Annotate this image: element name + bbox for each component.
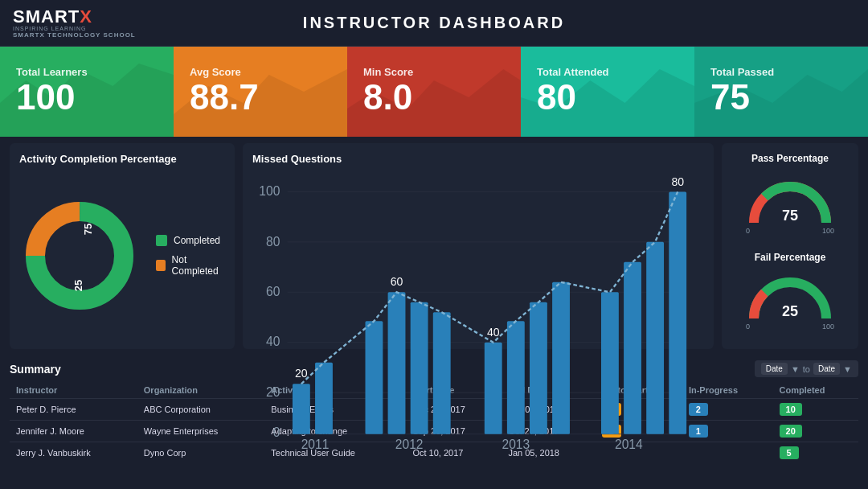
svg-text:80: 80 (671, 175, 684, 188)
legend-not-completed: Not Completed (156, 254, 225, 277)
fail-gauge: 25 (746, 274, 834, 323)
badge-completed: 20 (780, 425, 802, 438)
pass-fail-panel: Pass Percentage 75 0 100 Fail Percentage (722, 143, 858, 349)
svg-text:100: 100 (259, 184, 280, 198)
missed-panel: Missed Questions 100 80 60 40 20 0 (243, 143, 714, 349)
cell-completed: 20 (773, 421, 858, 442)
svg-text:20: 20 (295, 367, 308, 380)
stat-card-total-passed: Total Passed 75 (694, 47, 868, 137)
logo-tagline: INSPIRING LEARNING (13, 26, 136, 31)
logo-area: SMARTX INSPIRING LEARNING SMARTX TECHNOL… (13, 8, 141, 39)
svg-rect-27 (433, 312, 451, 434)
svg-text:25: 25 (782, 303, 798, 319)
svg-rect-24 (366, 321, 383, 434)
stat-card-total-learners: Total Learners 100 (0, 47, 174, 137)
svg-text:80: 80 (266, 235, 280, 249)
pass-gauge-minmax: 0 100 (746, 227, 834, 235)
bar-chart-svg: 100 80 60 40 20 0 (252, 171, 704, 450)
badge-completed: 5 (780, 446, 799, 459)
legend-not-completed-label: Not Completed (172, 254, 225, 277)
badge-completed: 10 (780, 403, 802, 416)
pass-gauge-min: 0 (746, 227, 750, 235)
svg-rect-22 (293, 384, 310, 434)
total-learners-value: 100 (16, 78, 75, 117)
svg-text:60: 60 (266, 285, 280, 298)
col-completed: Completed (773, 382, 858, 399)
svg-rect-32 (601, 292, 619, 434)
svg-rect-26 (411, 302, 428, 434)
activity-panel: Activity Completion Percentage 25 75 (10, 143, 235, 349)
cell-organization: Dyno Corp (137, 442, 265, 464)
min-score-label: Min Score (363, 66, 413, 78)
cell-completed: 5 (773, 442, 858, 464)
svg-text:2014: 2014 (615, 438, 643, 450)
stat-card-total-attended: Total Attended 80 (521, 47, 694, 137)
header: SMARTX INSPIRING LEARNING SMARTX TECHNOL… (0, 0, 868, 47)
svg-text:2011: 2011 (301, 438, 330, 450)
cell-completed: 10 (773, 399, 858, 421)
avg-score-label: Avg Score (190, 66, 241, 78)
pass-panel-title: Pass Percentage (731, 153, 849, 164)
svg-text:40: 40 (487, 326, 500, 339)
legend-completed-label: Completed (174, 235, 220, 246)
svg-text:75: 75 (782, 208, 798, 224)
avg-score-value: 88.7 (190, 78, 259, 117)
pass-gauge-section: 75 0 100 (731, 179, 849, 244)
page-title: INSTRUCTOR DASHBOARD (141, 14, 727, 32)
missed-panel-title: Missed Questions (252, 153, 704, 165)
svg-rect-28 (485, 343, 502, 434)
stat-cards: Total Learners 100 Avg Score 88.7 Min Sc… (0, 47, 868, 137)
total-learners-label: Total Learners (16, 66, 88, 78)
stat-card-avg-score: Avg Score 88.7 (174, 47, 347, 137)
cell-instructor: Peter D. Pierce (10, 399, 137, 421)
fail-gauge-section: 25 0 100 (731, 274, 849, 339)
legend-completed-color (156, 235, 167, 246)
cell-organization: ABC Corporation (137, 399, 265, 421)
svg-rect-30 (530, 302, 547, 434)
total-attended-value: 80 (537, 78, 576, 117)
summary-title: Summary (10, 363, 61, 376)
logo-smart: SMARTX (13, 8, 136, 26)
fail-gauge-min: 0 (746, 323, 750, 331)
date-to-arrow-icon: ▼ (843, 364, 852, 374)
col-instructor: Instructor (10, 382, 137, 399)
svg-text:20: 20 (266, 385, 280, 399)
stat-card-min-score: Min Score 8.0 (347, 47, 521, 137)
svg-rect-31 (552, 282, 570, 434)
cell-instructor: Jerry J. Vanbuskirk (10, 442, 137, 464)
logo-school: SMARTX TECHNOLOGY SCHOOL (13, 31, 136, 39)
svg-rect-23 (315, 363, 333, 434)
donut-legend: Completed Not Completed (156, 235, 225, 277)
date-arrow-icon: ▼ (791, 364, 800, 374)
cell-instructor: Jennifer J. Moore (10, 421, 137, 442)
main-content: Activity Completion Percentage 25 75 (0, 137, 868, 355)
date-to-button[interactable]: Date (813, 363, 840, 375)
svg-text:0: 0 (273, 425, 280, 439)
activity-panel-title: Activity Completion Percentage (19, 153, 225, 165)
svg-rect-34 (646, 242, 664, 434)
fail-gauge-minmax: 0 100 (746, 323, 834, 331)
svg-text:40: 40 (266, 335, 280, 348)
min-score-value: 8.0 (363, 78, 412, 117)
col-organization: Organization (137, 382, 265, 399)
svg-rect-33 (624, 262, 641, 434)
fail-gauge-max: 100 (822, 323, 834, 331)
svg-rect-25 (388, 292, 406, 434)
pass-gauge: 75 (746, 179, 834, 227)
svg-text:2012: 2012 (395, 438, 424, 450)
cell-organization: Wayne Enterprises (137, 421, 265, 442)
svg-rect-35 (669, 191, 686, 434)
date-from-button[interactable]: Date (761, 363, 788, 375)
svg-text:75: 75 (82, 223, 94, 234)
svg-text:25: 25 (72, 279, 84, 290)
svg-text:60: 60 (391, 275, 403, 288)
fail-panel-title: Fail Percentage (731, 252, 849, 263)
bar-chart-area: 100 80 60 40 20 0 (252, 171, 704, 450)
pass-gauge-max: 100 (822, 227, 834, 235)
legend-completed: Completed (156, 235, 225, 246)
logo-text: SMARTX INSPIRING LEARNING SMARTX TECHNOL… (13, 8, 136, 39)
date-filter[interactable]: Date ▼ to Date ▼ (755, 360, 858, 377)
donut-area: 25 75 Completed Not Completed (19, 171, 225, 339)
total-passed-value: 75 (710, 78, 750, 117)
legend-not-completed-color (156, 260, 166, 271)
